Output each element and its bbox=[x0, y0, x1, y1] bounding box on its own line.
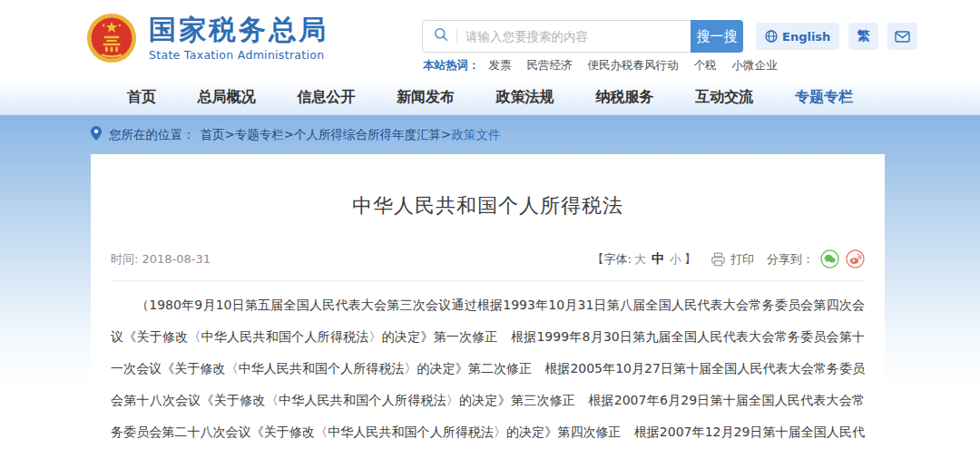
article-meta: 时间: 2018-08-31 【字体: 大 中 小 】 打印 分享到： bbox=[111, 249, 865, 281]
article-title: 中华人民共和国个人所得税法 bbox=[91, 192, 885, 220]
breadcrumb-path[interactable]: 首页>专题专栏>个人所得综合所得年度汇算> bbox=[201, 127, 452, 143]
traditional-chinese-button[interactable]: 繁 bbox=[848, 23, 878, 50]
article-date: 时间: 2018-08-31 bbox=[111, 251, 211, 268]
nav-item-interaction[interactable]: 互动交流 bbox=[695, 88, 753, 107]
date-value: 2018-08-31 bbox=[142, 252, 211, 266]
quick-buttons: English 繁 bbox=[756, 23, 917, 50]
globe-icon bbox=[765, 30, 778, 43]
search-box[interactable] bbox=[422, 20, 691, 53]
mail-button[interactable] bbox=[887, 23, 917, 50]
search-icon bbox=[434, 27, 448, 45]
sta-website-page: 国家税务总局 State Taxation Administration 搜一搜… bbox=[0, 0, 980, 449]
location-pin-icon bbox=[91, 126, 102, 143]
hot-word-link[interactable]: 便民办税春风行动 bbox=[587, 58, 678, 72]
search-button[interactable]: 搜一搜 bbox=[691, 20, 743, 53]
hot-words: 本站热词： 发票 民营经济 便民办税春风行动 个税 小微企业 bbox=[423, 58, 789, 73]
content-area: 您所在的位置： 首页>专题专栏>个人所得综合所得年度汇算> 政策文件 中华人民共… bbox=[0, 115, 980, 449]
nav-item-overview[interactable]: 总局概况 bbox=[198, 88, 256, 107]
search-divider bbox=[456, 29, 457, 44]
font-size-prefix: 【字体: bbox=[593, 251, 632, 268]
breadcrumb: 您所在的位置： 首页>专题专栏>个人所得综合所得年度汇算> 政策文件 bbox=[0, 115, 980, 154]
share-label: 分享到： bbox=[767, 251, 814, 268]
font-size-large-button[interactable]: 大 bbox=[634, 251, 646, 268]
article-tools: 【字体: 大 中 小 】 打印 分享到： bbox=[593, 249, 865, 268]
mail-icon bbox=[895, 31, 910, 43]
nav-item-tax-services[interactable]: 纳税服务 bbox=[596, 88, 654, 107]
font-size-medium-button[interactable]: 中 bbox=[652, 251, 664, 268]
wechat-share-icon[interactable] bbox=[820, 249, 839, 268]
site-header: 国家税务总局 State Taxation Administration 搜一搜… bbox=[0, 0, 980, 80]
breadcrumb-current[interactable]: 政策文件 bbox=[451, 127, 500, 143]
weibo-share-icon[interactable] bbox=[846, 249, 865, 268]
breadcrumb-label: 您所在的位置： bbox=[109, 127, 195, 143]
site-logo[interactable]: 国家税务总局 State Taxation Administration bbox=[86, 13, 328, 63]
share-icons bbox=[820, 249, 865, 268]
hot-word-link[interactable]: 个税 bbox=[693, 58, 716, 72]
nav-item-info-disclosure[interactable]: 信息公开 bbox=[297, 88, 355, 107]
font-size-suffix: 】 bbox=[684, 251, 696, 268]
nav-item-home[interactable]: 首页 bbox=[127, 88, 156, 107]
nav-item-special-topics[interactable]: 专题专栏 bbox=[795, 88, 853, 107]
site-name-english: State Taxation Administration bbox=[149, 48, 328, 62]
nav-item-policies[interactable]: 政策法规 bbox=[496, 88, 554, 107]
hot-word-link[interactable]: 小微企业 bbox=[731, 58, 777, 72]
hot-word-link[interactable]: 民营经济 bbox=[526, 58, 572, 72]
search-input[interactable] bbox=[466, 29, 691, 44]
national-emblem-icon bbox=[86, 13, 137, 63]
date-label: 时间: bbox=[111, 252, 138, 266]
article-body: （1980年9月10日第五届全国人民代表大会第三次会议通过根据1993年10月3… bbox=[111, 289, 865, 449]
search-row: 搜一搜 English 繁 bbox=[422, 20, 917, 53]
printer-icon bbox=[710, 252, 726, 267]
nav-item-news[interactable]: 新闻发布 bbox=[397, 88, 455, 107]
print-button[interactable]: 打印 bbox=[710, 251, 754, 268]
site-name: 国家税务总局 bbox=[149, 15, 328, 44]
main-nav: 首页 总局概况 信息公开 新闻发布 政策法规 纳税服务 互动交流 专题专栏 bbox=[0, 80, 980, 115]
english-button[interactable]: English bbox=[756, 23, 839, 50]
print-label: 打印 bbox=[730, 251, 754, 268]
font-size-small-button[interactable]: 小 bbox=[670, 251, 681, 268]
english-button-label: English bbox=[782, 30, 830, 44]
hot-word-link[interactable]: 发票 bbox=[488, 58, 511, 72]
hot-words-label: 本站热词： bbox=[423, 58, 480, 72]
article-card: 中华人民共和国个人所得税法 时间: 2018-08-31 【字体: 大 中 小 … bbox=[91, 154, 885, 449]
logo-text: 国家税务总局 State Taxation Administration bbox=[149, 15, 328, 62]
